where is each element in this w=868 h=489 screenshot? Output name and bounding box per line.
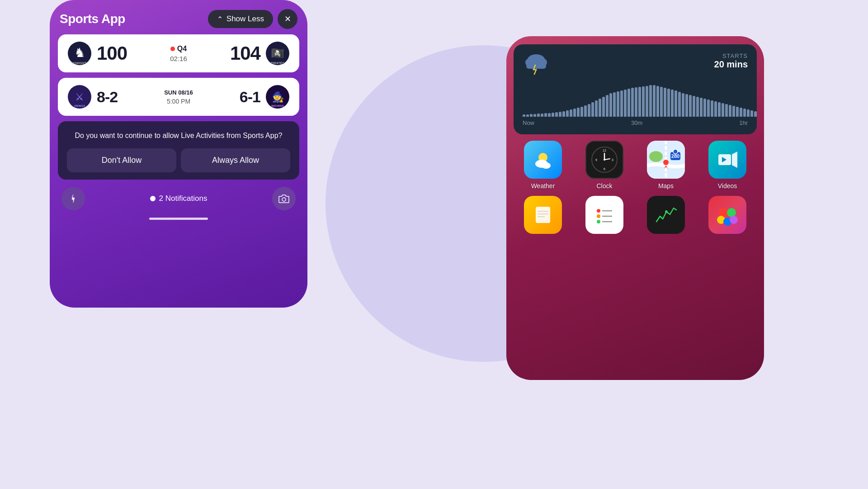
rain-bar-31 bbox=[635, 87, 637, 117]
app-item-weather[interactable]: Weather bbox=[515, 141, 571, 190]
phone-right: STARTS 20 mins Now 30m 1hr Weather bbox=[506, 36, 764, 380]
game-card-2[interactable]: ⚔ VIKINGS 8-2 SUN 08/16 5:00 PM 6-1 🧙 WI… bbox=[58, 78, 299, 116]
team4-section: 6-1 🧙 WIZARDS bbox=[240, 84, 290, 109]
game1-info: Q4 02:16 bbox=[170, 45, 187, 62]
rain-bar-55 bbox=[722, 103, 724, 117]
dont-allow-button[interactable]: Don't Allow bbox=[67, 148, 176, 172]
svg-text:WIZARDS: WIZARDS bbox=[271, 104, 284, 107]
rain-bar-7 bbox=[548, 113, 551, 117]
svg-point-48 bbox=[665, 210, 668, 213]
always-allow-button[interactable]: Always Allow bbox=[181, 148, 290, 172]
app-item-stocks[interactable] bbox=[638, 196, 693, 237]
reminders-graphic bbox=[593, 204, 616, 226]
weather-app-graphic bbox=[532, 148, 554, 171]
home-indicator bbox=[149, 218, 208, 220]
app-item-clock[interactable]: 12 3 6 9 Clock bbox=[577, 141, 632, 190]
team2-score: 104 bbox=[230, 43, 260, 64]
camera-button[interactable] bbox=[272, 187, 296, 210]
app-item-videos[interactable]: Videos bbox=[700, 141, 755, 190]
rain-bar-62 bbox=[747, 109, 750, 117]
rain-bar-20 bbox=[595, 100, 598, 117]
rain-bar-39 bbox=[664, 88, 666, 117]
game1-time: 02:16 bbox=[170, 55, 187, 62]
app-item-game-center[interactable] bbox=[700, 196, 755, 237]
rain-bar-27 bbox=[620, 90, 623, 117]
quarter-label: Q4 bbox=[177, 45, 187, 53]
svg-point-42 bbox=[597, 209, 600, 213]
app-header: Sports App ⌃ Show Less ✕ bbox=[58, 9, 299, 29]
stocks-app-icon bbox=[647, 196, 685, 234]
rain-bar-48 bbox=[696, 97, 699, 117]
svg-point-19 bbox=[542, 162, 551, 169]
team1-score: 100 bbox=[97, 43, 127, 64]
permission-buttons: Don't Allow Always Allow bbox=[67, 148, 290, 172]
svg-text:♞: ♞ bbox=[74, 46, 85, 60]
show-less-label: Show Less bbox=[226, 14, 264, 24]
chart-label-30m: 30m bbox=[631, 119, 642, 126]
rain-bar-33 bbox=[642, 86, 645, 117]
rain-bar-37 bbox=[656, 86, 659, 117]
app-item-maps[interactable]: 280 Maps bbox=[638, 141, 693, 190]
reminders-app-icon bbox=[585, 196, 623, 234]
rain-bar-56 bbox=[725, 104, 728, 117]
rain-bar-51 bbox=[707, 100, 710, 117]
rain-bar-21 bbox=[599, 99, 601, 117]
svg-point-33 bbox=[663, 160, 669, 165]
close-button[interactable]: ✕ bbox=[278, 9, 297, 29]
game-center-app-icon bbox=[708, 196, 746, 234]
rain-bar-34 bbox=[646, 86, 648, 117]
rain-bar-53 bbox=[714, 101, 717, 117]
svg-text:12: 12 bbox=[603, 149, 606, 152]
game-center-graphic bbox=[715, 203, 740, 227]
rain-bar-52 bbox=[711, 100, 713, 117]
app-item-notes-yellow[interactable] bbox=[515, 196, 571, 237]
rain-bar-19 bbox=[591, 102, 594, 117]
maps-app-icon: 280 bbox=[647, 141, 685, 179]
rain-bar-14 bbox=[573, 109, 576, 117]
rain-chart bbox=[523, 81, 748, 117]
weather-widget[interactable]: STARTS 20 mins Now 30m 1hr bbox=[514, 44, 757, 134]
team-pirates-logo: 🏴‍☠️ PIRATES bbox=[265, 41, 290, 66]
rain-bar-1 bbox=[526, 114, 529, 117]
app-item-reminders[interactable] bbox=[577, 196, 632, 237]
rain-bar-0 bbox=[523, 114, 525, 117]
rain-bar-4 bbox=[537, 114, 540, 117]
svg-point-50 bbox=[727, 208, 736, 217]
weather-icon-area bbox=[523, 52, 550, 75]
phone-left: Sports App ⌃ Show Less ✕ ♞ KNIGHT 100 bbox=[50, 0, 307, 308]
rain-bar-30 bbox=[631, 88, 634, 117]
team3-section: ⚔ VIKINGS 8-2 bbox=[67, 84, 118, 109]
quarter-display: Q4 bbox=[170, 45, 187, 53]
rain-bar-43 bbox=[678, 92, 681, 117]
clock-app-graphic: 12 3 6 9 bbox=[591, 146, 618, 173]
game-card-1[interactable]: ♞ KNIGHT 100 Q4 02:16 104 🏴‍☠️ PIRATES bbox=[58, 34, 299, 72]
weather-app-label: Weather bbox=[531, 182, 555, 190]
svg-point-44 bbox=[597, 220, 600, 223]
rain-bar-49 bbox=[700, 98, 703, 117]
clock-app-label: Clock bbox=[596, 182, 612, 190]
show-less-button[interactable]: ⌃ Show Less bbox=[208, 10, 273, 28]
rain-bar-24 bbox=[609, 93, 612, 117]
svg-text:KNIGHT: KNIGHT bbox=[73, 61, 87, 65]
notes-yellow-graphic bbox=[533, 205, 553, 225]
team4-score: 6-1 bbox=[240, 88, 260, 106]
svg-text:PIRATES: PIRATES bbox=[271, 62, 284, 65]
chevron-up-icon: ⌃ bbox=[217, 15, 223, 24]
svg-rect-38 bbox=[536, 207, 550, 223]
header-buttons: ⌃ Show Less ✕ bbox=[208, 9, 297, 29]
rain-bar-38 bbox=[660, 87, 663, 117]
flashlight-button[interactable] bbox=[61, 187, 85, 210]
rain-bar-16 bbox=[580, 107, 583, 117]
rain-bar-8 bbox=[552, 113, 554, 117]
stocks-graphic bbox=[655, 204, 677, 226]
rain-bar-64 bbox=[754, 111, 757, 117]
rain-bar-47 bbox=[693, 96, 695, 117]
rain-bar-10 bbox=[559, 112, 561, 117]
rain-bar-9 bbox=[555, 112, 558, 117]
rain-bar-15 bbox=[577, 108, 580, 117]
team-knight-logo: ♞ KNIGHT bbox=[67, 41, 92, 66]
rain-bar-60 bbox=[740, 108, 742, 117]
weather-starts: STARTS 20 mins bbox=[714, 52, 748, 70]
rain-bar-42 bbox=[675, 90, 677, 117]
rain-bar-6 bbox=[544, 113, 547, 117]
